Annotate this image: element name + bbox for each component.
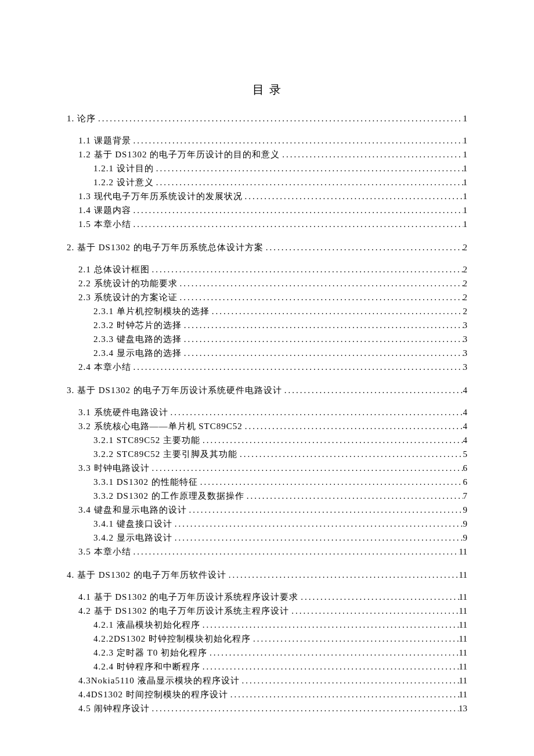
toc-entry: 4.5 闹钟程序设计13 xyxy=(67,703,467,715)
toc-page-number: 1 xyxy=(463,190,468,203)
toc-label: 1.5 本章小结 xyxy=(78,218,131,231)
toc-leader-dots xyxy=(172,532,463,544)
toc-leader-dots xyxy=(178,278,463,290)
toc-entry: 4.1 基于 DS1302 的电子万年历设计系统程序设计要求11 xyxy=(67,591,467,603)
toc-label: 3.2 系统核心电路——单片机 STC89C52 xyxy=(78,420,243,433)
toc-leader-dots xyxy=(96,113,463,125)
toc-leader-dots xyxy=(264,242,463,254)
toc-leader-dots xyxy=(243,420,463,433)
toc-leader-dots xyxy=(131,546,459,558)
toc-label: 4.2.1 液晶模块初始化程序 xyxy=(93,619,200,631)
toc-leader-dots xyxy=(187,504,463,516)
toc-entry: 1.2 基于 DS1302 的电子万年历设计的目的和意义1 xyxy=(67,149,467,161)
toc-label: 1.3 现代电子万年历系统设计的发展状况 xyxy=(78,190,243,203)
toc-page-number: 9 xyxy=(463,518,468,530)
toc-entry: 1. 论序1 xyxy=(67,113,467,125)
toc-entry: 3.2.2 STC89C52 主要引脚及其功能5 xyxy=(67,448,467,460)
toc-entry: 3.3.1 DS1302 的性能特征6 xyxy=(67,476,467,488)
toc-entry: 2.3.2 时钟芯片的选择3 xyxy=(67,319,467,332)
toc-label: 4.3Nokia5110 液晶显示模块的程序设计 xyxy=(78,675,240,687)
toc-entry: 2.2 系统设计的功能要求2 xyxy=(67,278,467,290)
toc-page-number: 4 xyxy=(463,420,468,433)
toc-label: 2. 基于 DS1302 的电子万年历系统总体设计方案 xyxy=(67,242,264,254)
toc-leader-dots xyxy=(131,135,463,147)
toc-label: 4. 基于 DS1302 的电子万年历软件设计 xyxy=(67,569,226,581)
toc-label: 2.1 总体设计框图 xyxy=(78,264,150,276)
toc-entry: 1.4 课题内容1 xyxy=(67,204,467,217)
toc-label: 3.2.1 STC89C52 主要功能 xyxy=(93,434,200,447)
toc-leader-dots xyxy=(198,476,463,488)
toc-leader-dots xyxy=(150,703,459,715)
toc-page-number: 1 xyxy=(463,218,468,231)
toc-entry: 3.2 系统核心电路——单片机 STC89C524 xyxy=(67,420,467,433)
toc-label: 2.2 系统设计的功能要求 xyxy=(78,278,178,290)
toc-page-number: 1 xyxy=(463,163,468,175)
toc-entry: 4.4DS1302 时间控制模块的程序设计11 xyxy=(67,689,467,701)
toc-entry: 2. 基于 DS1302 的电子万年历系统总体设计方案2 xyxy=(67,242,467,254)
toc-label: 2.4 本章小结 xyxy=(78,361,131,373)
toc-page-number: 2 xyxy=(463,264,468,276)
toc-leader-dots xyxy=(131,204,463,217)
toc-entry: 2.3 系统设计的方案论证2 xyxy=(67,291,467,304)
toc-entry: 4.2.2DS1302 时钟控制模块初始化程序11 xyxy=(67,633,467,645)
toc-page-number: 6 xyxy=(463,476,468,488)
toc-entry: 3.5 本章小结11 xyxy=(67,546,467,558)
toc-leader-dots xyxy=(243,190,463,203)
toc-page-number: 3 xyxy=(463,347,468,359)
toc-entry: 2.3.3 键盘电路的选择3 xyxy=(67,333,467,345)
toc-page-number: 9 xyxy=(463,504,468,516)
toc-leader-dots xyxy=(150,264,463,276)
toc-page-number: 1 xyxy=(463,204,468,217)
toc-entry: 4. 基于 DS1302 的电子万年历软件设计11 xyxy=(67,569,467,581)
toc-page-number: 2 xyxy=(463,278,468,290)
toc-label: 1.4 课题内容 xyxy=(78,204,131,217)
toc-label: 2.3 系统设计的方案论证 xyxy=(78,291,178,304)
toc-label: 4.4DS1302 时间控制模块的程序设计 xyxy=(78,689,228,701)
toc-label: 3.4.1 键盘接口设计 xyxy=(93,518,172,530)
toc-entry: 3.1 系统硬件电路设计4 xyxy=(67,406,467,419)
toc-leader-dots xyxy=(150,462,463,474)
toc-page-number: 11 xyxy=(459,633,467,645)
toc-leader-dots xyxy=(251,633,459,645)
toc-leader-dots xyxy=(298,591,459,603)
toc-page-number: 9 xyxy=(463,532,468,544)
toc-page-number: 11 xyxy=(459,605,467,617)
toc-leader-dots xyxy=(240,675,459,687)
toc-leader-dots xyxy=(182,347,463,359)
toc-label: 3.3.2 DS1302 的工作原理及数据操作 xyxy=(93,490,244,502)
toc-label: 3.3 时钟电路设计 xyxy=(78,462,150,474)
toc-label: 3.2.2 STC89C52 主要引脚及其功能 xyxy=(93,448,237,460)
toc-page-number: 4 xyxy=(463,434,468,447)
toc-entry: 1.2.1 设计目的1 xyxy=(67,163,467,175)
toc-leader-dots xyxy=(154,177,463,189)
toc-page-number: 2 xyxy=(463,305,468,318)
toc-entry: 4.2.3 定时器 T0 初始化程序11 xyxy=(67,647,467,659)
toc-leader-dots xyxy=(237,448,463,460)
toc-page-number: 3 xyxy=(463,333,468,345)
toc-page-number: 2 xyxy=(463,291,468,304)
toc-page-number: 11 xyxy=(459,591,467,603)
toc-label: 4.2.4 时钟程序和中断程序 xyxy=(93,661,200,673)
toc-leader-dots xyxy=(182,333,463,345)
toc-page-number: 5 xyxy=(463,448,468,460)
toc-page-number: 4 xyxy=(463,406,468,419)
toc-leader-dots xyxy=(210,305,463,318)
toc-label: 1. 论序 xyxy=(67,113,96,125)
toc-leader-dots xyxy=(154,163,463,175)
toc-page-number: 11 xyxy=(459,647,467,659)
toc-entry: 2.3.1 单片机控制模块的选择2 xyxy=(67,305,467,318)
toc-label: 1.2.2 设计意义 xyxy=(93,177,154,189)
toc-page-number: 11 xyxy=(459,661,467,673)
toc-page-number: 4 xyxy=(463,384,468,397)
toc-entry: 3.3.2 DS1302 的工作原理及数据操作7 xyxy=(67,490,467,502)
toc-entry: 2.4 本章小结3 xyxy=(67,361,467,373)
toc-entry: 1.3 现代电子万年历系统设计的发展状况1 xyxy=(67,190,467,203)
toc-label: 2.3.1 单片机控制模块的选择 xyxy=(93,305,210,318)
toc-label: 3.5 本章小结 xyxy=(78,546,131,558)
toc-label: 4.2 基于 DS1302 的电子万年历设计系统主程序设计 xyxy=(78,605,289,617)
toc-entry: 2.1 总体设计框图2 xyxy=(67,264,467,276)
toc-entry: 4.2.4 时钟程序和中断程序11 xyxy=(67,661,467,673)
toc-leader-dots xyxy=(207,647,459,659)
toc-page-number: 11 xyxy=(459,619,467,631)
toc-page-number: 11 xyxy=(459,569,467,581)
